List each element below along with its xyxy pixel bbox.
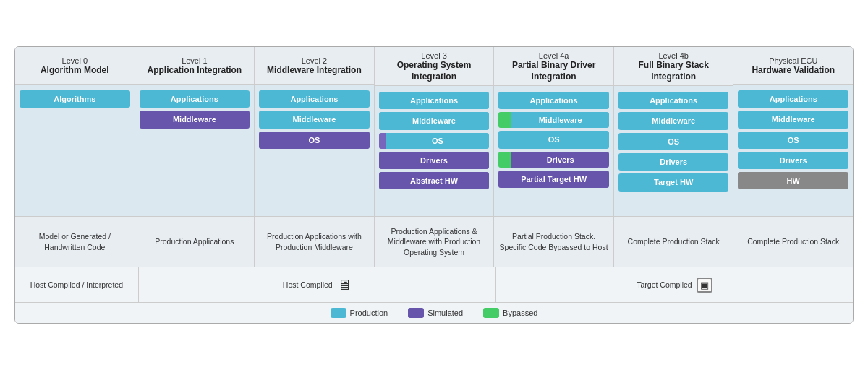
col-header-0: Level 0Algorithm Model (15, 47, 135, 85)
col-header-5: Level 4bFull Binary Stack Integration (614, 47, 733, 86)
stack-bar-3-0: Applications (379, 92, 490, 109)
stack-bar-3-4: Abstract HW (379, 172, 490, 189)
level-title-4: Partial Binary Driver Integration (497, 60, 610, 82)
stack-bar-1-1: Middleware (140, 111, 250, 128)
col-description-0: Model or Generated / Handwritten Code (15, 216, 135, 267)
legend-label-0: Production (350, 309, 388, 317)
col-stack-4: ApplicationsMiddlewareOSDriversPartial T… (494, 86, 613, 216)
level-label-5: Level 4b (658, 51, 689, 60)
stack-bar-3-3: Drivers (379, 152, 490, 169)
col-description-5: Complete Production Stack (614, 216, 733, 267)
production-seg: Middleware (511, 112, 609, 128)
legend-row: ProductionSimulatedBypassed (15, 302, 853, 323)
legend-color-2 (483, 308, 499, 318)
stack-bar-2-1: Middleware (259, 111, 370, 128)
bypassed-seg (498, 152, 511, 168)
legend-color-1 (408, 308, 424, 318)
stack-bar-2-0: Applications (259, 90, 370, 108)
level-title-6: Hardware Validation (752, 65, 835, 77)
col-stack-2: ApplicationsMiddlewareOS (255, 85, 374, 216)
level-title-1: Application Integration (148, 65, 242, 77)
stack-bar-3-1: Middleware (379, 112, 490, 129)
stack-bar-6-0: Applications (738, 90, 848, 108)
host-compiled-label: Host Compiled (283, 280, 333, 289)
simulated-seg (379, 133, 386, 149)
main-columns: Level 0Algorithm ModelAlgorithmsModel or… (15, 47, 853, 267)
col-description-1: Production Applications (135, 216, 255, 267)
stack-bar-5-1: Middleware (618, 112, 729, 129)
legend-label-2: Bypassed (503, 309, 537, 317)
bypassed-seg (498, 112, 511, 128)
stack-bar-4-0: Applications (498, 92, 609, 109)
compiled-cell-target: Target Compiled ▣ (496, 267, 853, 302)
monitor-icon: 🖥 (337, 277, 352, 293)
stack-bar-5-2: OS (618, 133, 729, 150)
stack-bar-6-1: Middleware (738, 111, 848, 128)
stack-bar-4-1: Middleware (498, 112, 609, 128)
level-title-3: Operating System Integration (378, 60, 491, 82)
legend-label-1: Simulated (427, 309, 463, 317)
stack-bar-1-0: Applications (140, 90, 250, 108)
col-stack-5: ApplicationsMiddlewareOSDriversTarget HW (614, 86, 733, 216)
level-title-2: Middleware Integration (267, 65, 362, 77)
stack-bar-5-3: Drivers (618, 153, 729, 171)
col-description-2: Production Applications with Production … (255, 216, 374, 267)
col-header-6: Physical ECUHardware Validation (733, 47, 853, 85)
col-description-4: Partial Production Stack. Specific Code … (494, 216, 613, 267)
level-label-4: Level 4a (539, 51, 569, 60)
stack-bar-4-2: OS (498, 131, 609, 148)
level-label-2: Level 2 (302, 56, 327, 65)
col-stack-1: ApplicationsMiddleware (135, 85, 255, 216)
col-stack-0: Algorithms (15, 85, 135, 216)
legend-item-0: Production (331, 308, 388, 318)
col-header-1: Level 1Application Integration (135, 47, 255, 85)
stack-bar-0-0: Algorithms (20, 90, 130, 108)
level-label-6: Physical ECU (769, 56, 817, 65)
production-seg: OS (386, 133, 490, 149)
chip-icon: ▣ (697, 278, 712, 293)
col-2: Level 2Middleware IntegrationApplication… (255, 47, 375, 267)
compiled-row: Host Compiled / Interpreted Host Compile… (15, 267, 853, 302)
level-label-0: Level 0 (62, 56, 88, 65)
stack-bar-4-4: Partial Target HW (498, 171, 609, 188)
col-stack-6: ApplicationsMiddlewareOSDriversHW (733, 85, 853, 216)
col-header-4: Level 4aPartial Binary Driver Integratio… (494, 47, 613, 86)
stack-bar-6-2: OS (738, 132, 848, 149)
col-description-6: Complete Production Stack (733, 216, 853, 267)
stack-bar-5-4: Target HW (618, 173, 729, 191)
level-title-5: Full Binary Stack Integration (617, 60, 731, 82)
stack-bar-6-3: Drivers (738, 152, 848, 169)
col-1: Level 1Application IntegrationApplicatio… (135, 47, 255, 267)
col-description-3: Production Applications & Middleware wit… (375, 216, 494, 267)
level-label-3: Level 3 (421, 51, 446, 60)
col-6: Physical ECUHardware ValidationApplicati… (733, 47, 853, 267)
stack-bar-5-0: Applications (618, 92, 729, 109)
col-header-2: Level 2Middleware Integration (255, 47, 374, 85)
stack-bar-3-2: OS (379, 133, 490, 149)
level-label-1: Level 1 (182, 56, 207, 65)
col-5: Level 4bFull Binary Stack IntegrationApp… (614, 47, 734, 267)
diagram-wrapper: Level 0Algorithm ModelAlgorithmsModel or… (14, 46, 854, 324)
col-4: Level 4aPartial Binary Driver Integratio… (494, 47, 614, 267)
col-header-3: Level 3Operating System Integration (375, 47, 494, 86)
col-stack-3: ApplicationsMiddlewareOSDriversAbstract … (375, 86, 494, 216)
target-compiled-label: Target Compiled (637, 280, 692, 289)
legend-item-1: Simulated (408, 308, 463, 318)
col-0: Level 0Algorithm ModelAlgorithmsModel or… (15, 47, 135, 267)
stack-bar-6-4: HW (738, 172, 848, 189)
compiled-cell-host: Host Compiled 🖥 (139, 267, 496, 302)
level-title-0: Algorithm Model (41, 65, 109, 77)
legend-item-2: Bypassed (483, 308, 537, 318)
stack-bar-2-2: OS (259, 132, 370, 149)
stack-bar-4-3: Drivers (498, 152, 609, 168)
compiled-cell-0: Host Compiled / Interpreted (15, 267, 139, 302)
col-3: Level 3Operating System IntegrationAppli… (375, 47, 495, 267)
legend-color-0 (331, 308, 346, 318)
simulated-seg: Drivers (511, 152, 609, 168)
